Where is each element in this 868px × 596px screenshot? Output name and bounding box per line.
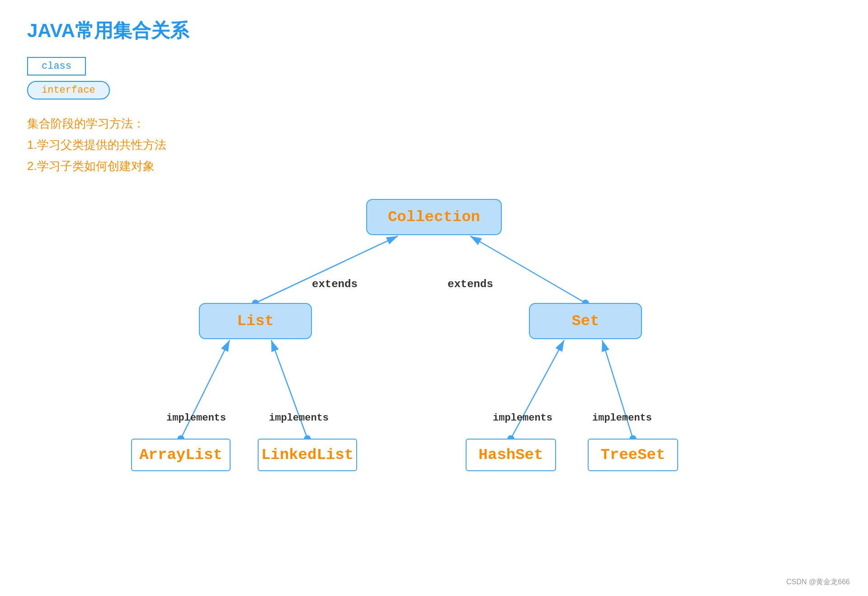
diagram-svg: extends extends implements implements im… bbox=[118, 199, 750, 538]
svg-line-5 bbox=[271, 340, 307, 439]
desc-line0: 集合阶段的学习方法： bbox=[27, 113, 841, 134]
svg-line-4 bbox=[181, 340, 230, 439]
node-set: Set bbox=[529, 303, 642, 339]
extends1-label: extends bbox=[312, 278, 358, 290]
legend: class interface bbox=[27, 57, 841, 99]
desc-line2: 2.学习子类如何创建对象 bbox=[27, 156, 841, 177]
node-collection: Collection bbox=[366, 199, 502, 235]
node-list: List bbox=[199, 303, 312, 339]
legend-interface: interface bbox=[27, 81, 110, 99]
node-arraylist: ArrayList bbox=[131, 439, 231, 471]
watermark: CSDN @黄金龙666 bbox=[786, 577, 850, 587]
svg-line-6 bbox=[511, 340, 564, 439]
page-title: JAVA常用集合关系 bbox=[27, 18, 841, 43]
implements4-label: implements bbox=[592, 412, 652, 424]
node-linkedlist: LinkedList bbox=[258, 439, 357, 471]
legend-class: class bbox=[27, 57, 86, 76]
node-treeset: TreeSet bbox=[588, 439, 678, 471]
implements2-label: implements bbox=[269, 412, 329, 424]
svg-line-3 bbox=[470, 236, 585, 303]
desc-line1: 1.学习父类提供的共性方法 bbox=[27, 134, 841, 156]
svg-line-7 bbox=[602, 340, 633, 439]
implements1-label: implements bbox=[166, 412, 226, 424]
extends2-label: extends bbox=[448, 278, 493, 290]
diagram: extends extends implements implements im… bbox=[118, 199, 750, 538]
svg-line-2 bbox=[255, 236, 398, 303]
description-text: 集合阶段的学习方法： 1.学习父类提供的共性方法 2.学习子类如何创建对象 bbox=[27, 113, 841, 176]
node-hashset: HashSet bbox=[466, 439, 556, 471]
implements3-label: implements bbox=[493, 412, 552, 424]
